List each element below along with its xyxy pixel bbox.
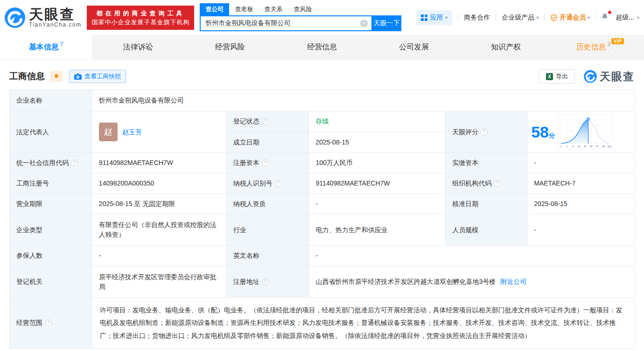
business-coop-link[interactable]: 商务合作 [458,14,496,22]
help-icon[interactable]: ? [262,118,269,125]
camera-icon [74,74,82,80]
registered-address-label: 注册地址 [233,277,259,287]
field-label: 参保人数 [10,246,92,266]
chevron-down-icon: ▾ [536,15,539,20]
insured-count-value: - [92,246,227,266]
tab-business-info-label: 经营信息 [307,42,337,52]
svg-text:50: 50 [584,145,587,148]
apps-menu[interactable]: 应用 ▾ [416,10,452,25]
tab-basic-info[interactable]: 基本信息 7 [0,35,92,59]
apps-grid-icon [421,14,427,21]
section-header-right: X 导出 天眼查 [539,69,635,84]
tab-operating-risk[interactable]: 经营风险 [184,35,276,59]
help-icon[interactable]: ? [262,278,269,285]
enterprise-products-menu[interactable]: 企业级产品 ▾ [496,14,544,22]
search-tab-company[interactable]: 查公司 [200,3,229,15]
tab-history-info-count: 3 [608,41,611,48]
company-section-tabs: 基本信息 7 法律诉讼 经营风险 经营信息 公司发展 知识产权 VIP 历史信息… [0,35,644,60]
svg-text:0: 0 [560,145,562,148]
slogan-banner: 都在用的商业查询工具 国家中小企业发展子基金旗下机构 [87,6,194,30]
registered-address-value: 山西省忻州市原平经济技术开发区跨越大道双创孵化基地3号楼 [316,277,496,287]
svg-text:99: 99 [602,145,605,148]
field-label: 法定代表人 [10,111,92,153]
tab-basic-info-count: 7 [60,41,63,48]
business-snapshot-button[interactable]: 查看工商快照 [69,70,126,83]
table-row: 法定代表人 赵 赵玉芳 登记状态 ? 存续 成立日期 2025-08-15 天眼… [10,111,635,153]
tab-business-info[interactable]: 经营信息 [276,35,368,59]
english-name-value: - [309,246,635,266]
score-unit: 分 [549,132,555,139]
search-tab-relation[interactable]: 查关系 [259,3,288,15]
field-label: 统一社会信用代码 ? [10,153,92,173]
org-code-label: 组织机构代码 [452,179,491,188]
business-snapshot-label: 查看工商快照 [84,72,121,81]
score-value: 58 [531,123,549,141]
help-icon[interactable]: ? [613,44,620,51]
chevron-down-icon: ▾ [588,15,590,20]
search-button[interactable]: 天眼一下 [371,15,401,31]
establish-date-value: 2025-08-15 [309,132,445,152]
field-label: 实缴资本 [446,153,527,173]
chevron-down-icon: ▾ [445,15,448,20]
nearby-companies-link[interactable]: 附近公司 [500,277,526,287]
help-icon[interactable]: ? [275,180,282,187]
svg-text:85: 85 [590,145,593,148]
slogan-line2: 国家中小企业发展子基金旗下机构 [91,18,189,27]
help-icon[interactable]: ? [494,180,501,187]
tab-intellectual-property[interactable]: 知识产权 [460,35,552,59]
field-label: 登记机关 [10,266,92,298]
tab-history-info-label: 历史信息 [576,42,606,52]
help-icon[interactable]: ? [262,159,269,166]
notifications-button[interactable] [596,13,614,22]
open-vip-menu[interactable]: 开通会员 ▾ [545,14,595,22]
tab-intellectual-property-label: 知识产权 [491,42,521,52]
score-label: 天眼评分 [452,127,478,137]
legal-rep-link[interactable]: 赵玉芳 [122,127,142,137]
enterprise-products-label: 企业级产品 [502,14,534,22]
clear-icon[interactable]: × [360,20,368,27]
excel-icon: X [546,73,553,80]
business-term-value: 2025-08-15 至 无固定期限 [92,194,227,214]
slogan-line1: 都在用的商业查询工具 [91,9,189,18]
field-label: 人员规模 [446,214,527,246]
help-icon[interactable]: ? [481,129,488,136]
field-label: 英文名称 [227,246,309,266]
tab-legal-litigation[interactable]: 法律诉讼 [92,35,184,59]
watermark-logo: 天眼查 [583,69,635,84]
apps-label: 应用 [430,14,443,22]
avatar[interactable]: 赵 [99,123,118,141]
notification-dot [608,11,611,14]
tab-legal-litigation-label: 法律诉讼 [123,42,153,52]
credit-code-label: 统一社会信用代码 [16,158,69,168]
search-tab-boss[interactable]: 查老板 [229,3,259,15]
field-label: 天眼评分 ? [446,111,527,153]
staff-size-value: - [527,214,635,246]
tab-company-development[interactable]: 公司发展 [368,35,460,59]
tab-history-info[interactable]: VIP 历史信息 3 ? [552,35,644,59]
paidin-capital-value: - [527,153,635,173]
user-account-menu[interactable]: 超级... ▾ [614,14,639,22]
business-scope-value: 许可项目：发电业务、输电业务、供（配）电业务。（依法须经批准的项目，经相关部门批… [92,298,634,348]
field-label: 登记状态 ? [227,111,309,132]
field-label: 注册地址 ? [227,266,309,298]
company-name-value: 忻州市金朔风电设备有限公司 [92,90,635,111]
monitor-bell-button[interactable] [50,71,63,82]
status-badge: 存续 [315,117,329,126]
help-icon[interactable]: ? [45,319,52,326]
status-date-subgrid: 登记状态 ? 存续 成立日期 2025-08-15 [227,111,446,153]
tab-basic-info-label: 基本信息 [29,42,59,52]
crown-icon [550,14,558,21]
export-button[interactable]: X 导出 [539,69,575,84]
search-input[interactable] [200,15,371,31]
registered-capital-label: 注册资本 [233,158,259,168]
chevron-down-icon: ▾ [637,15,639,20]
reg-status-label: 登记状态 [233,117,259,126]
search-tab-risk[interactable]: 查风险 [288,3,317,15]
tianyancha-company-page: 天眼查 TianYanCha.com 都在用的商业查询工具 国家中小企业发展子基… [0,0,644,351]
help-icon[interactable]: ? [71,159,78,166]
logo-brand: 天眼查 [29,7,81,21]
credit-code-value: 91140982MAETAECH7W [92,153,227,173]
svg-text:3: 3 [573,145,574,148]
tianyancha-logo[interactable]: 天眼查 TianYanCha.com [4,7,81,29]
top-header: 天眼查 TianYanCha.com 都在用的商业查询工具 国家中小企业发展子基… [0,0,644,35]
